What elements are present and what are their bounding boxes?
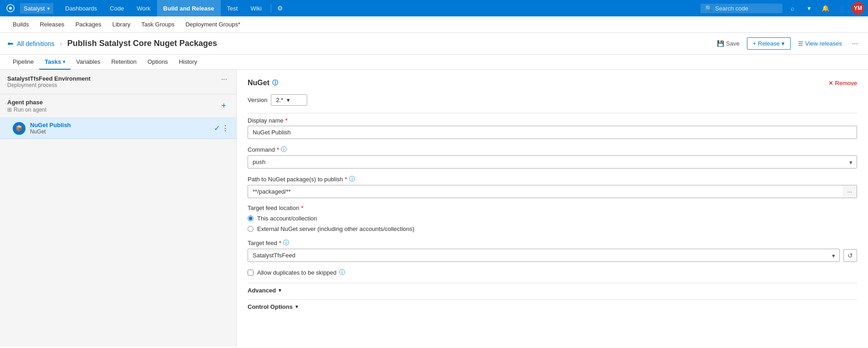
allow-duplicates-checkbox[interactable] — [248, 270, 254, 276]
save-icon: 💾 — [717, 40, 724, 47]
command-group: Command * ⓘ push restore custom — [248, 145, 857, 169]
external-label[interactable]: External NuGet server (including other a… — [257, 225, 414, 232]
sub-nav-task-groups[interactable]: Task Groups — [136, 16, 180, 33]
top-nav-right: 🔍 Search code ⌕ ▾ 🔔 👤 YM — [700, 2, 864, 15]
dropdown-icon[interactable]: ▾ — [802, 2, 815, 15]
tab-history[interactable]: History — [173, 55, 203, 70]
notifications-icon[interactable]: 🔔 — [819, 2, 832, 15]
tab-options[interactable]: Options — [142, 55, 173, 70]
sub-nav-library[interactable]: Library — [107, 16, 136, 33]
tab-tasks[interactable]: Tasks ▾ — [39, 55, 71, 70]
left-panel: SatalystTfsFeed Environment Deployment p… — [0, 70, 237, 347]
target-feed-select[interactable]: SatalystTfsFeed — [248, 249, 840, 262]
project-selector[interactable]: Satalyst ▾ — [20, 3, 53, 14]
agent-phase: Agent phase ⊞ Run on agent + — [0, 94, 236, 118]
command-required: * — [277, 146, 279, 153]
sub-nav: Builds Releases Packages Library Task Gr… — [0, 16, 868, 33]
target-feed-group: Target feed * ⓘ SatalystTfsFeed ↺ — [248, 239, 857, 262]
nav-item-dashboards[interactable]: Dashboards — [59, 0, 103, 16]
display-name-label: Display name * — [248, 117, 857, 124]
page-header: ⬅ All definitions › Publish Satalyst Cor… — [0, 33, 868, 55]
task-enabled-icon: ✓ — [214, 124, 220, 133]
target-feed-row: SatalystTfsFeed ↺ — [248, 249, 857, 262]
app-logo[interactable] — [4, 1, 17, 15]
tab-variables[interactable]: Variables — [71, 55, 106, 70]
top-nav-items: Dashboards Code Work Build and Release T… — [59, 0, 268, 16]
nav-item-work[interactable]: Work — [130, 0, 157, 16]
project-chevron-icon: ▾ — [47, 6, 50, 11]
search-expand-icon[interactable]: ⌕ — [786, 2, 799, 15]
more-options-button[interactable]: ··· — [849, 38, 861, 50]
task-item[interactable]: 📦 NuGet Publish NuGet ✓ ⋮ — [0, 118, 236, 139]
avatar[interactable]: YM — [852, 2, 864, 15]
environment-more-button[interactable]: ··· — [219, 75, 229, 83]
version-select[interactable]: 2.* ▾ — [271, 94, 307, 106]
target-feed-refresh-button[interactable]: ↺ — [843, 249, 857, 262]
path-required: * — [345, 176, 347, 183]
feed-location-required: * — [301, 205, 303, 211]
task-icon: 📦 — [13, 122, 25, 135]
display-name-required: * — [285, 117, 288, 124]
allow-duplicates-label[interactable]: Allow duplicates to be skipped ⓘ — [257, 268, 345, 276]
command-info-icon[interactable]: ⓘ — [281, 145, 287, 154]
external-radio[interactable] — [248, 226, 254, 232]
this-account-label[interactable]: This account/collection — [257, 215, 317, 222]
sub-nav-builds[interactable]: Builds — [7, 16, 34, 33]
tab-bar: Pipeline Tasks ▾ Variables Retention Opt… — [0, 55, 868, 70]
advanced-section: Advanced ▾ — [248, 283, 857, 297]
advanced-chevron-icon: ▾ — [279, 287, 281, 293]
target-feed-info-icon[interactable]: ⓘ — [283, 239, 289, 247]
task-sub: NuGet — [30, 128, 209, 135]
command-select-wrapper: push restore custom — [248, 155, 857, 169]
top-nav: Satalyst ▾ Dashboards Code Work Build an… — [0, 0, 868, 16]
breadcrumb-link[interactable]: All definitions — [17, 40, 55, 47]
target-feed-label: Target feed * ⓘ — [248, 239, 857, 247]
page-header-left: ⬅ All definitions › Publish Satalyst Cor… — [7, 39, 713, 48]
allow-duplicates-row: Allow duplicates to be skipped ⓘ — [248, 268, 857, 276]
nuget-info-icon[interactable]: ⓘ — [272, 79, 278, 87]
add-task-button[interactable]: + — [218, 100, 229, 112]
radio-this-account: This account/collection — [248, 215, 857, 222]
settings-icon[interactable]: ⚙ — [274, 2, 287, 15]
sub-nav-deployment-groups[interactable]: Deployment Groups* — [180, 16, 246, 33]
display-name-input[interactable] — [248, 126, 857, 139]
target-feed-select-wrapper: SatalystTfsFeed — [248, 249, 840, 262]
release-chevron-icon: ▾ — [782, 40, 785, 47]
advanced-header[interactable]: Advanced ▾ — [248, 283, 857, 297]
view-releases-button[interactable]: ☰ View releases — [794, 38, 846, 49]
path-input[interactable] — [248, 185, 843, 198]
path-info-icon[interactable]: ⓘ — [349, 175, 355, 183]
remove-x-icon: ✕ — [828, 80, 833, 87]
nav-item-code[interactable]: Code — [103, 0, 130, 16]
remove-button[interactable]: ✕ Remove — [828, 80, 857, 87]
path-group: Path to NuGet package(s) to publish * ⓘ … — [248, 175, 857, 198]
command-select[interactable]: push restore custom — [248, 155, 857, 169]
page-title: Publish Satalyst Core Nuget Packages — [67, 39, 217, 48]
command-label: Command * ⓘ — [248, 145, 857, 154]
save-button[interactable]: 💾 Save — [713, 38, 743, 49]
sub-nav-packages[interactable]: Packages — [70, 16, 107, 33]
path-browse-button[interactable]: ··· — [843, 185, 857, 198]
this-account-radio[interactable] — [248, 215, 254, 221]
back-icon[interactable]: ⬅ — [7, 39, 13, 48]
search-box[interactable]: 🔍 Search code — [700, 4, 782, 13]
right-panel: NuGet ⓘ ✕ Remove Version 2.* ▾ Display n… — [237, 70, 868, 347]
environment-sub: Deployment process — [7, 82, 219, 88]
path-label: Path to NuGet package(s) to publish * ⓘ — [248, 175, 857, 183]
task-more-button[interactable]: ⋮ — [222, 124, 229, 133]
plus-icon: + — [753, 40, 756, 47]
radio-external: External NuGet server (including other a… — [248, 225, 857, 232]
release-button[interactable]: + Release ▾ — [747, 37, 791, 50]
sub-nav-releases[interactable]: Releases — [34, 16, 70, 33]
nav-item-test[interactable]: Test — [221, 0, 244, 16]
tab-pipeline[interactable]: Pipeline — [7, 55, 39, 70]
tab-retention[interactable]: Retention — [106, 55, 142, 70]
nav-item-wiki[interactable]: Wiki — [244, 0, 268, 16]
divider-1 — [248, 113, 857, 113]
allow-duplicates-info-icon[interactable]: ⓘ — [339, 268, 345, 276]
nav-item-build-release[interactable]: Build and Release — [157, 0, 221, 16]
profile-icon[interactable]: 👤 — [835, 2, 848, 15]
environment-header: SatalystTfsFeed Environment Deployment p… — [0, 70, 236, 94]
agent-phase-name: Agent phase — [7, 99, 218, 106]
control-options-header[interactable]: Control Options ▾ — [248, 299, 857, 314]
